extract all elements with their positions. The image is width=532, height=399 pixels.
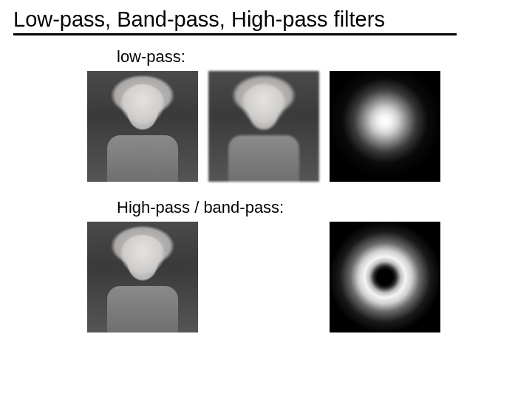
lowpass-result-portrait	[208, 71, 319, 182]
highpass-row	[87, 222, 519, 332]
original-portrait-2	[87, 222, 198, 332]
slide-title: Low-pass, Band-pass, High-pass filters	[13, 7, 457, 35]
highpass-section-label: High-pass / band-pass:	[117, 198, 519, 217]
lowpass-section-label: low-pass:	[117, 47, 519, 66]
lowpass-row	[87, 71, 519, 182]
bandpass-frequency-response	[330, 222, 440, 332]
highpass-result-portrait	[208, 222, 319, 332]
lowpass-frequency-response	[330, 71, 440, 182]
original-portrait	[87, 71, 198, 182]
